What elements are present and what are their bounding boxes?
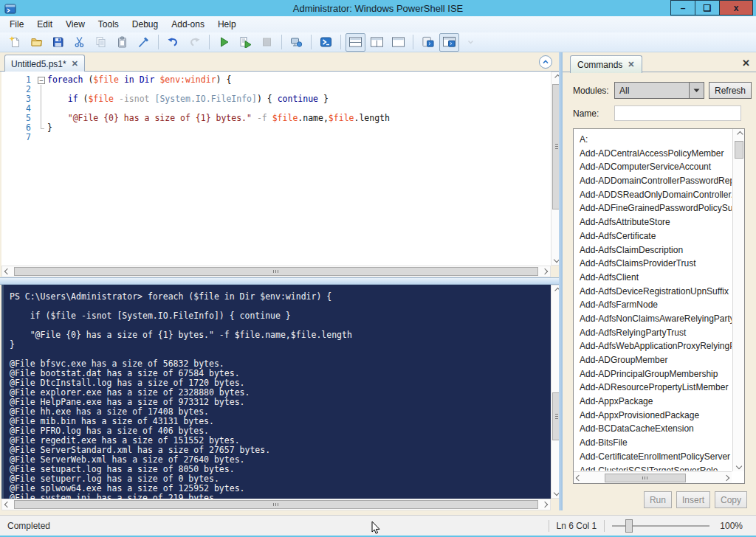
editor-line: 6} [1, 123, 551, 133]
script-pane-top-button[interactable] [346, 33, 365, 52]
undo-button[interactable] [163, 33, 183, 52]
command-list-item[interactable]: Add-BitsFile [580, 436, 732, 450]
command-list-item[interactable]: Add-AppxPackage [580, 395, 732, 409]
editor-line: 3 if ($file -isnot [System.IO.FileInfo])… [1, 94, 551, 104]
restore-button[interactable]: ❏ [695, 0, 720, 15]
zoom-slider-thumb[interactable] [625, 519, 633, 533]
command-list-item[interactable]: Add-AdfsClaimDescription [580, 243, 732, 257]
command-list-item[interactable]: Add-AdfsClaimsProviderTrust [580, 257, 732, 271]
modules-label: Modules: [573, 86, 614, 96]
fold-guide [37, 94, 47, 104]
command-list-item[interactable]: Add-ADFineGrainedPasswordPolicySubject [580, 201, 732, 215]
scroll-left-icon[interactable] [2, 499, 13, 510]
run-selection-button[interactable] [236, 33, 255, 52]
minimize-button[interactable]: – [670, 0, 695, 15]
command-list-item[interactable]: Add-ADDSReadOnlyDomainControllerAccount [580, 188, 732, 202]
open-script-button[interactable] [27, 33, 47, 52]
command-list-item[interactable]: Add-CertificateEnrollmentPolicyServer [580, 450, 732, 464]
save-button[interactable] [48, 33, 68, 52]
start-powershell-button[interactable] [316, 33, 336, 52]
new-remote-powershell-tab-button[interactable] [286, 33, 306, 52]
menu-addons[interactable]: Add-ons [165, 17, 211, 32]
tab-close-icon[interactable]: ✕ [628, 60, 634, 69]
redo-button[interactable] [185, 33, 205, 52]
new-script-button[interactable] [5, 33, 25, 52]
zoom-slider[interactable] [612, 525, 709, 527]
panel-close-icon[interactable]: ✕ [742, 58, 750, 69]
tab-close-icon[interactable]: ✕ [72, 59, 78, 69]
clear-console-button[interactable] [134, 33, 154, 52]
command-list-item[interactable]: Add-ADResourcePropertyListMember [580, 381, 732, 395]
scrollbar-thumb[interactable] [735, 141, 743, 159]
command-list-item[interactable]: Add-AdfsDeviceRegistrationUpnSuffix [580, 285, 732, 299]
menu-file[interactable]: File [3, 17, 30, 32]
command-list-item[interactable]: Add-AdfsFarmNode [580, 298, 732, 312]
name-input[interactable] [614, 105, 741, 121]
console-pane[interactable]: PS C:\Users\Administrator> foreach ($fil… [1, 285, 551, 499]
command-list-item[interactable]: Add-AdfsClient [580, 271, 732, 285]
copy-button[interactable]: Copy [715, 491, 747, 508]
run-button[interactable]: Run [644, 491, 672, 508]
menu-debug[interactable]: Debug [126, 17, 165, 32]
console-horizontal-scrollbar[interactable] [1, 499, 551, 510]
cut-button[interactable] [69, 33, 89, 52]
modules-dropdown[interactable]: All [614, 82, 704, 99]
command-list-item[interactable]: Add-ADGroupMember [580, 353, 732, 367]
menu-edit[interactable]: Edit [30, 17, 59, 32]
toolbar [0, 32, 756, 52]
command-list-item[interactable]: Add-AdfsCertificate [580, 229, 732, 243]
script-pane-right-button[interactable] [367, 33, 387, 52]
command-list-item[interactable]: Add-AdfsNonClaimsAwareRelyingPartyTrust [580, 312, 732, 326]
scroll-right-icon[interactable] [540, 266, 550, 277]
command-list-item[interactable]: Add-BCDataCacheExtension [580, 422, 732, 436]
command-list-item[interactable]: Add-AppxProvisionedPackage [580, 409, 732, 423]
tab-commands[interactable]: Commands ✕ [570, 55, 642, 73]
chevron-down-icon[interactable] [689, 83, 704, 98]
list-horizontal-scrollbar[interactable] [574, 471, 732, 483]
scroll-down-icon[interactable] [734, 461, 744, 471]
fold-collapse-icon[interactable] [37, 75, 47, 85]
scroll-up-icon[interactable] [734, 129, 744, 139]
console-line: if ($file -isnot [System.IO.FileInfo]) {… [10, 311, 551, 321]
copy-button[interactable] [91, 33, 111, 52]
editor-horizontal-scrollbar[interactable] [1, 266, 551, 277]
scrollbar-thumb[interactable] [14, 500, 538, 509]
script-pane-maximized-button[interactable] [388, 33, 408, 52]
scroll-left-icon[interactable] [574, 473, 584, 483]
command-list-item[interactable]: Add-AdfsAttributeStore [580, 215, 732, 229]
name-row: Name: [573, 105, 741, 121]
show-command-addon-button[interactable] [418, 33, 438, 52]
command-list-item[interactable]: Add-ADCentralAccessPolicyMember [580, 147, 732, 161]
command-list-item[interactable]: A: [580, 133, 732, 147]
command-list-item[interactable]: Add-ADPrincipalGroupMembership [580, 367, 732, 381]
command-list-item[interactable]: Add-AdfsWebApplicationProxyRelyingPartyT… [580, 339, 732, 353]
tab-untitled5[interactable]: Untitled5.ps1* ✕ [4, 55, 85, 72]
menu-view[interactable]: View [59, 17, 92, 32]
status-text: Completed [7, 521, 50, 531]
refresh-button[interactable]: Refresh [709, 82, 752, 99]
scrollbar-thumb[interactable] [605, 474, 686, 482]
close-button[interactable]: x [719, 0, 753, 15]
show-script-pane-button[interactable] [439, 33, 459, 52]
run-script-button[interactable] [214, 33, 234, 52]
scroll-left-icon[interactable] [2, 266, 13, 277]
toolbar-separator [311, 35, 312, 49]
paste-button[interactable] [112, 33, 132, 52]
list-vertical-scrollbar[interactable] [732, 129, 744, 471]
collapse-script-pane-button[interactable] [539, 55, 552, 69]
command-list-item[interactable]: Add-ADComputerServiceAccount [580, 160, 732, 174]
menu-tools[interactable]: Tools [92, 17, 126, 32]
menu-help[interactable]: Help [211, 17, 243, 32]
stop-operation-button[interactable] [257, 33, 277, 52]
command-list-item[interactable]: Add-AdfsRelyingPartyTrust [580, 326, 732, 340]
toolbar-overflow-button[interactable] [461, 33, 481, 52]
script-editor[interactable]: 1foreach ($file in Dir $env:windir) {23 … [1, 72, 551, 266]
scroll-right-icon[interactable] [540, 499, 550, 510]
command-list-item[interactable]: Add-ClusteriSCSITargetServerRole [580, 464, 732, 471]
pane-splitter[interactable] [0, 277, 563, 285]
scroll-right-icon[interactable] [721, 473, 732, 483]
commands-list[interactable]: A:Add-ADCentralAccessPolicyMemberAdd-ADC… [573, 128, 745, 484]
insert-button[interactable]: Insert [676, 491, 710, 508]
scrollbar-thumb[interactable] [14, 267, 538, 276]
command-list-item[interactable]: Add-ADDomainControllerPasswordReplicatio… [580, 174, 732, 188]
